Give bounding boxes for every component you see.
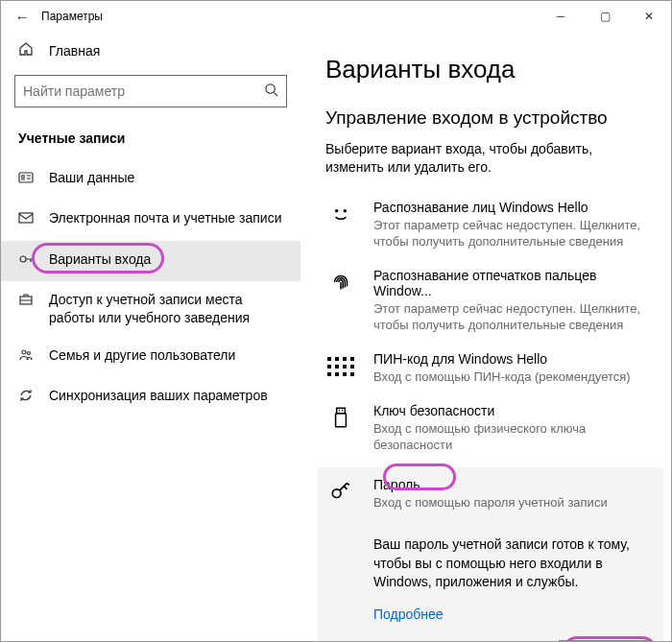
briefcase-icon [18, 291, 36, 312]
svg-point-4 [20, 256, 26, 262]
svg-point-8 [335, 209, 338, 212]
option-title: Распознавание лиц Windows Hello [373, 200, 652, 215]
svg-point-9 [344, 209, 347, 212]
svg-rect-10 [337, 408, 346, 413]
svg-rect-3 [19, 213, 33, 223]
sidebar-item-label: Варианты входа [49, 250, 151, 269]
sidebar-item-sync[interactable]: Синхронизация ваших параметров [1, 377, 300, 417]
titlebar: ← Параметры ─ ▢ ✕ [1, 1, 671, 32]
people-icon [18, 346, 36, 368]
home-label: Главная [49, 43, 100, 59]
minimize-button[interactable]: ─ [539, 1, 583, 32]
sidebar-item-label: Электронная почта и учетные записи [49, 209, 281, 227]
svg-point-12 [332, 488, 341, 497]
option-title: Пароль [373, 477, 608, 492]
sidebar-item-label: Синхронизация ваших параметров [49, 387, 268, 405]
sync-icon [18, 387, 36, 408]
close-button[interactable]: ✕ [627, 1, 671, 32]
sidebar-item-label: Ваши данные [49, 169, 134, 187]
badge-icon [18, 169, 36, 190]
main-panel: Варианты входа Управление входом в устро… [300, 32, 671, 641]
maximize-button[interactable]: ▢ [583, 1, 627, 32]
search-input[interactable] [23, 83, 264, 99]
option-title: Ключ безопасности [373, 403, 652, 418]
sidebar-item-work-access[interactable]: Доступ к учетной записи места работы или… [1, 281, 300, 337]
svg-rect-1 [19, 173, 33, 182]
svg-point-0 [266, 84, 275, 93]
sidebar-item-family[interactable]: Семья и другие пользователи [1, 337, 300, 377]
sidebar-item-signin-options[interactable]: Варианты входа [1, 241, 300, 281]
sidebar-item-email[interactable]: Электронная почта и учетные записи [1, 200, 300, 240]
svg-rect-11 [336, 413, 347, 426]
usb-key-icon [325, 403, 356, 454]
svg-point-2 [22, 176, 25, 178]
window-title: Параметры [36, 10, 539, 23]
face-icon [325, 200, 356, 250]
search-box[interactable] [14, 75, 287, 107]
pin-icon [325, 351, 356, 386]
option-title: ПИН-код для Windows Hello [373, 351, 631, 367]
sidebar-item-label: Доступ к учетной записи места работы или… [49, 291, 283, 327]
option-desc: Вход с помощью пароля учетной записи [373, 494, 608, 511]
page-title: Варианты входа [325, 55, 652, 84]
learn-more-link[interactable]: Подробнее [373, 606, 444, 625]
option-security-key[interactable]: Ключ безопасности Вход с помощью физичес… [325, 395, 652, 464]
mail-icon [18, 209, 36, 230]
password-key-icon [325, 477, 356, 511]
sidebar-item-your-info[interactable]: Ваши данные [1, 159, 300, 200]
back-button[interactable]: ← [9, 9, 36, 25]
home-icon [18, 41, 36, 59]
home-nav[interactable]: Главная [1, 32, 300, 71]
section-intro: Выберите вариант входа, чтобы добавить, … [325, 140, 652, 177]
section-heading: Управление входом в устройство [325, 107, 652, 129]
key-icon [18, 250, 36, 272]
option-title: Распознавание отпечатков пальцев Window.… [373, 268, 652, 298]
option-fingerprint[interactable]: Распознавание отпечатков пальцев Window.… [325, 260, 652, 344]
option-password[interactable]: Пароль Вход с помощью пароля учетной зап… [318, 467, 663, 641]
fingerprint-icon [325, 268, 356, 334]
search-icon [264, 83, 278, 100]
option-desc: Вход с помощью физического ключа безопас… [373, 420, 652, 454]
svg-point-6 [22, 350, 26, 354]
option-desc: Вход с помощью ПИН-кода (рекомендуется) [373, 369, 631, 386]
password-body: Ваш пароль учетной записи готов к тому, … [373, 535, 652, 592]
change-button[interactable]: Изменить [559, 640, 652, 641]
option-desc: Этот параметр сейчас недоступен. Щелкнит… [373, 300, 652, 334]
svg-point-7 [28, 351, 31, 354]
section-title: Учетные записи [1, 125, 300, 159]
option-pin[interactable]: ПИН-код для Windows Hello Вход с помощью… [325, 344, 652, 395]
window-controls: ─ ▢ ✕ [539, 1, 671, 32]
option-face[interactable]: Распознавание лиц Windows Hello Этот пар… [325, 192, 652, 260]
sidebar: Главная Учетные записи Ваши данные Эле [1, 32, 300, 641]
sidebar-item-label: Семья и другие пользователи [49, 346, 235, 365]
option-desc: Этот параметр сейчас недоступен. Щелкнит… [373, 217, 652, 250]
